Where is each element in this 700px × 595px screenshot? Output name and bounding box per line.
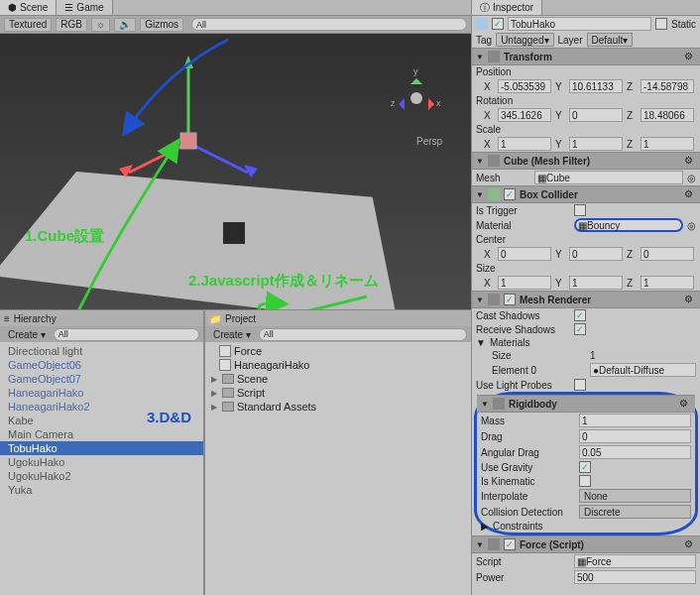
- hierarchy-create-button[interactable]: Create ▾: [4, 329, 50, 340]
- center-x[interactable]: 0: [498, 247, 551, 261]
- collider-enabled[interactable]: ✓: [504, 188, 516, 200]
- layer-label: Layer: [558, 35, 583, 46]
- hierarchy-item[interactable]: TobuHako: [0, 441, 203, 455]
- mesh-renderer-header[interactable]: ▼✓Mesh Renderer⚙: [472, 291, 700, 308]
- force-script-header[interactable]: ▼✓Force (Script)⚙: [472, 536, 700, 553]
- element0-label: Element 0: [492, 365, 586, 376]
- tab-game[interactable]: ☰Game: [57, 0, 112, 15]
- hierarchy-item[interactable]: GameObject06: [0, 358, 203, 372]
- hierarchy-item[interactable]: Kabe: [0, 414, 203, 427]
- size-z[interactable]: 1: [641, 276, 694, 290]
- position-z[interactable]: -14.58798: [641, 79, 694, 93]
- center-y[interactable]: 0: [569, 247, 623, 261]
- force-script-title: Force (Script): [520, 539, 584, 550]
- tag-label: Tag: [476, 35, 492, 46]
- position-x[interactable]: -5.053539: [498, 79, 551, 93]
- hierarchy-icon: ≡: [4, 313, 10, 324]
- script-enabled[interactable]: ✓: [504, 538, 516, 550]
- project-folder[interactable]: ▶Scene: [205, 372, 471, 386]
- gear-icon[interactable]: ⚙: [679, 398, 691, 410]
- rotation-y[interactable]: 0: [569, 108, 623, 122]
- gameobject-name-field[interactable]: TobuHako: [508, 17, 651, 31]
- object-picker-icon[interactable]: ◎: [687, 173, 696, 183]
- gizmos-dropdown[interactable]: Gizmos: [140, 18, 183, 32]
- hierarchy-item[interactable]: UgokuHako: [0, 455, 203, 469]
- tab-inspector[interactable]: ⓘInspector: [472, 0, 542, 15]
- mesh-filter-header[interactable]: ▼Cube (Mesh Filter)⚙: [472, 152, 700, 170]
- gear-icon[interactable]: ⚙: [684, 155, 696, 167]
- size-y[interactable]: 1: [569, 276, 623, 290]
- hierarchy-item[interactable]: UgokuHako2: [0, 469, 203, 483]
- hierarchy-item[interactable]: GameObject07: [0, 372, 203, 386]
- project-search[interactable]: All: [259, 328, 467, 341]
- position-y[interactable]: 10.61133: [569, 79, 623, 93]
- drag-field[interactable]: 0: [579, 429, 691, 443]
- size-x[interactable]: 1: [498, 276, 551, 290]
- power-field[interactable]: 500: [574, 570, 696, 584]
- hierarchy-item[interactable]: Directional light: [0, 344, 203, 358]
- object-picker-icon[interactable]: ◎: [687, 220, 696, 231]
- mass-label: Mass: [481, 416, 575, 426]
- gear-icon[interactable]: ⚙: [684, 294, 696, 305]
- scale-z[interactable]: 1: [641, 137, 694, 151]
- tag-dropdown[interactable]: Untagged ▾: [496, 33, 553, 47]
- render-dropdown[interactable]: RGB: [56, 18, 87, 32]
- rigidbody-header[interactable]: ▼Rigidbody⚙: [477, 395, 695, 413]
- receive-label: Receive Shadows: [476, 324, 570, 335]
- gear-icon[interactable]: ⚙: [684, 188, 696, 200]
- project-list[interactable]: Force HaneagariHako ▶Scene▶Script▶Standa…: [205, 342, 471, 595]
- mass-field[interactable]: 1: [579, 414, 691, 427]
- hierarchy-item[interactable]: Main Camera: [0, 427, 203, 441]
- shading-dropdown[interactable]: Textured: [4, 18, 52, 32]
- element0-field[interactable]: ● Default-Diffuse: [590, 363, 696, 377]
- cube-object[interactable]: [223, 222, 245, 244]
- interpolate-dropdown[interactable]: None: [579, 489, 691, 503]
- project-folder[interactable]: ▶Standard Assets: [205, 400, 471, 414]
- project-title: Project: [225, 313, 256, 324]
- collision-dropdown[interactable]: Discrete: [579, 505, 691, 519]
- interpolate-val: None: [584, 491, 608, 502]
- renderer-enabled[interactable]: ✓: [504, 294, 516, 305]
- scene-light-toggle[interactable]: ☼: [91, 18, 110, 32]
- gravity-checkbox[interactable]: ✓: [579, 461, 591, 473]
- hierarchy-item[interactable]: HaneagariHako2: [0, 400, 203, 414]
- gameobject-active-checkbox[interactable]: ✓: [492, 18, 504, 30]
- asset-haneagari[interactable]: HaneagariHako: [205, 358, 471, 372]
- constraints-label[interactable]: Constraints: [493, 521, 543, 532]
- hierarchy-item[interactable]: HaneagariHako: [0, 386, 203, 400]
- script-field[interactable]: ▦ Force: [574, 554, 696, 568]
- cast-checkbox[interactable]: ✓: [574, 309, 586, 321]
- tab-scene-label: Scene: [20, 2, 48, 13]
- box-collider-header[interactable]: ▼✓Box Collider⚙: [472, 185, 700, 203]
- asset-force[interactable]: Force: [205, 344, 471, 358]
- hierarchy-list[interactable]: Directional lightGameObject06GameObject0…: [0, 342, 203, 595]
- lightprobes-checkbox[interactable]: [574, 379, 586, 391]
- receive-checkbox[interactable]: ✓: [574, 323, 586, 335]
- hierarchy-search[interactable]: All: [54, 328, 199, 341]
- center-z[interactable]: 0: [641, 247, 694, 261]
- angular-field[interactable]: 0.05: [579, 445, 691, 459]
- project-folder[interactable]: ▶Script: [205, 386, 471, 400]
- tab-scene[interactable]: ⬢Scene: [0, 0, 57, 15]
- hierarchy-item[interactable]: Yuka: [0, 483, 203, 497]
- rotation-z[interactable]: 18.48066: [641, 108, 694, 122]
- transform-header[interactable]: ▼Transform⚙: [472, 48, 700, 65]
- gear-icon[interactable]: ⚙: [684, 538, 696, 550]
- layer-dropdown[interactable]: Default ▾: [587, 33, 634, 47]
- static-checkbox[interactable]: [655, 18, 667, 30]
- scale-y[interactable]: 1: [569, 137, 623, 151]
- box-collider-title: Box Collider: [520, 189, 578, 200]
- mesh-filter-title: Cube (Mesh Filter): [504, 156, 590, 167]
- gear-icon[interactable]: ⚙: [684, 51, 696, 62]
- is-trigger-checkbox[interactable]: [574, 204, 586, 216]
- mesh-field[interactable]: ▦ Cube: [534, 171, 683, 184]
- scene-audio-toggle[interactable]: 🔊: [114, 18, 136, 32]
- scene-view[interactable]: y x z Persp 1.Cube設置 2.Javascript作成＆リネーム: [0, 34, 471, 309]
- folder-label: Script: [237, 387, 265, 399]
- rotation-x[interactable]: 345.1626: [498, 108, 551, 122]
- scene-search[interactable]: All: [191, 18, 467, 31]
- project-create-button[interactable]: Create ▾: [209, 329, 255, 340]
- kinematic-checkbox[interactable]: [579, 475, 591, 487]
- physic-material-field[interactable]: ▦ Bouncy: [574, 218, 683, 232]
- scale-x[interactable]: 1: [498, 137, 551, 151]
